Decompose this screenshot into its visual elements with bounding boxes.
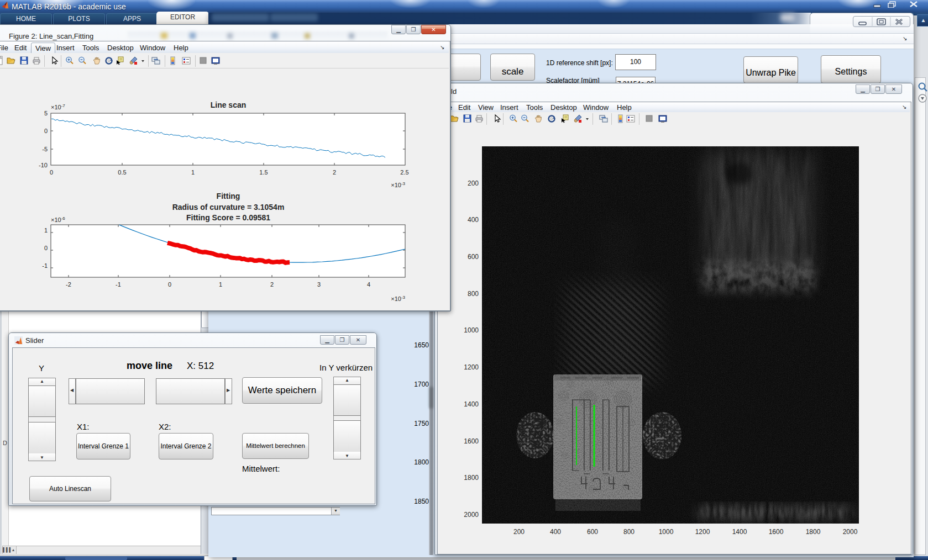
svg-text:×10-3: ×10-3 <box>391 181 405 188</box>
svg-text:600: 600 <box>468 253 479 261</box>
svg-text:2000: 2000 <box>464 511 479 519</box>
svg-text:0: 0 <box>44 245 48 251</box>
svg-text:-1: -1 <box>42 262 48 269</box>
svg-text:-10: -10 <box>39 162 48 168</box>
svg-text:-2: -2 <box>66 281 71 288</box>
svg-text:-1: -1 <box>116 281 121 288</box>
svg-text:1600: 1600 <box>464 437 479 445</box>
svg-text:1: 1 <box>191 169 195 176</box>
svg-text:0.5: 0.5 <box>118 169 126 176</box>
svg-text:1400: 1400 <box>464 400 479 408</box>
svg-text:200: 200 <box>513 528 525 536</box>
svg-text:0: 0 <box>50 169 53 176</box>
svg-text:2000: 2000 <box>843 528 858 536</box>
svg-text:1400: 1400 <box>732 528 747 536</box>
svg-text:200: 200 <box>468 179 479 187</box>
svg-text:800: 800 <box>468 290 479 298</box>
svg-text:0: 0 <box>168 281 171 288</box>
svg-text:2: 2 <box>333 169 336 176</box>
svg-text:1600: 1600 <box>769 528 784 536</box>
svg-text:×10-6: ×10-6 <box>51 216 65 223</box>
svg-text:1200: 1200 <box>464 363 479 371</box>
svg-text:800: 800 <box>623 528 635 536</box>
svg-text:1000: 1000 <box>464 326 479 334</box>
svg-text:400: 400 <box>468 216 479 224</box>
svg-text:2.5: 2.5 <box>400 169 408 176</box>
svg-text:-5: -5 <box>42 146 48 152</box>
svg-text:2: 2 <box>270 281 274 288</box>
svg-text:1000: 1000 <box>659 528 674 536</box>
svg-text:1: 1 <box>44 227 48 234</box>
svg-text:0: 0 <box>44 128 48 134</box>
svg-text:Radius of curvature = 3.1054m: Radius of curvature = 3.1054m <box>172 203 285 212</box>
svg-text:1800: 1800 <box>806 528 821 536</box>
svg-text:5: 5 <box>44 110 48 117</box>
svg-text:1200: 1200 <box>695 528 710 536</box>
svg-text:400: 400 <box>550 528 561 536</box>
svg-text:Fitting Score = 0.09581: Fitting Score = 0.09581 <box>186 213 270 222</box>
svg-text:1.5: 1.5 <box>259 169 268 176</box>
svg-text:×10-3: ×10-3 <box>391 295 405 302</box>
svg-text:3: 3 <box>317 281 321 288</box>
svg-text:1800: 1800 <box>464 474 479 482</box>
svg-text:600: 600 <box>587 528 598 536</box>
svg-text:Fitting: Fitting <box>217 192 240 200</box>
svg-text:1: 1 <box>219 281 222 288</box>
svg-text:Line scan: Line scan <box>211 101 247 109</box>
svg-text:4: 4 <box>367 281 370 288</box>
svg-text:×10-7: ×10-7 <box>51 103 65 110</box>
